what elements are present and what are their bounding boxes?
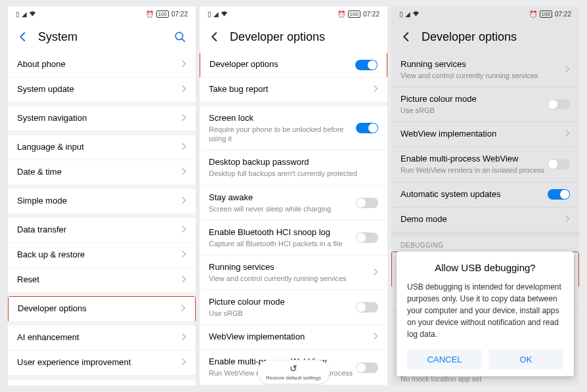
clock: 07:22	[363, 11, 380, 18]
chevron-right-icon	[565, 64, 570, 76]
usb-debugging-dialog: Allow USB debugging? USB debugging is in…	[397, 251, 574, 376]
highlight-developer-options: Developer options	[8, 296, 196, 322]
status-bar: ▯◢ ⏰10007:22	[200, 7, 387, 21]
page-title: Developer options	[422, 30, 570, 44]
chevron-right-icon	[181, 274, 186, 286]
back-icon[interactable]	[401, 31, 412, 43]
chevron-right-icon	[373, 332, 378, 343]
chevron-right-icon	[181, 142, 186, 153]
item-stay-awake[interactable]: Stay awakeScreen will never sleep while …	[200, 186, 387, 221]
chevron-right-icon	[373, 84, 378, 95]
sim-icon: ▯	[399, 11, 403, 18]
battery-icon: 100	[540, 11, 552, 18]
section-debugging: DEBUGGING	[391, 236, 579, 252]
wifi-icon	[29, 11, 36, 18]
devoptions-list: Developer options Take bug report Screen…	[200, 53, 387, 385]
page-title: Developer options	[230, 30, 378, 44]
alarm-icon: ⏰	[337, 11, 345, 18]
toggle-off[interactable]	[356, 198, 378, 208]
item-date-time[interactable]: Date & time	[8, 160, 196, 185]
signal-icon: ◢	[405, 11, 410, 18]
battery-icon: 100	[156, 11, 169, 18]
chevron-right-icon	[373, 267, 378, 278]
restore-defaults-button[interactable]: ↺ Restore default settings	[257, 360, 330, 384]
item-developer-options[interactable]: Developer options	[9, 297, 195, 322]
item-webview: WebView implementation	[391, 122, 579, 147]
toggle-off[interactable]	[356, 302, 378, 313]
page-title: System	[38, 30, 165, 44]
item-language-input[interactable]: Language & input	[8, 135, 196, 160]
toggle-on	[548, 189, 570, 200]
item-bug-report[interactable]: Take bug report	[200, 77, 387, 102]
item-running-services[interactable]: Running servicesView and control current…	[200, 255, 387, 290]
item-picture-colour[interactable]: Picture colour modeUse sRGB	[200, 290, 387, 325]
item-demo-mode: Demo mode	[391, 207, 579, 232]
status-bar: ▯ ◢ ⏰ 100 07:22	[8, 7, 196, 21]
chevron-right-icon	[565, 214, 570, 225]
chevron-right-icon	[181, 225, 186, 236]
item-certification-logos[interactable]: Certification logos	[8, 380, 196, 385]
sim-icon: ▯	[207, 11, 211, 18]
highlight-devoptions-toggle: Developer options	[200, 53, 387, 78]
item-simple-mode[interactable]: Simple mode	[8, 189, 196, 214]
sim-icon: ▯	[16, 11, 20, 18]
signal-icon: ◢	[213, 11, 219, 18]
item-system-navigation[interactable]: System navigation	[8, 106, 196, 131]
item-developer-options-toggle[interactable]: Developer options	[200, 53, 387, 77]
svg-line-1	[182, 38, 185, 41]
dialog-body: USB debugging is intended for developmen…	[407, 281, 563, 340]
back-icon[interactable]	[17, 31, 29, 43]
battery-icon: 100	[348, 11, 360, 18]
toggle-on[interactable]	[355, 60, 378, 70]
back-icon[interactable]	[209, 31, 221, 43]
svg-point-0	[175, 32, 183, 39]
ok-button[interactable]: OK	[489, 349, 563, 370]
header: Developer options	[200, 21, 387, 53]
toggle-off[interactable]	[356, 362, 378, 373]
chevron-right-icon	[181, 59, 186, 70]
dialog-title: Allow USB debugging?	[407, 262, 563, 273]
wifi-icon	[221, 11, 228, 18]
item-system-update[interactable]: System update	[8, 77, 196, 102]
chevron-right-icon	[181, 196, 186, 207]
toggle-off	[548, 159, 570, 169]
item-screen-lock[interactable]: Screen lockRequire your phone to be unlo…	[200, 106, 387, 150]
clock: 07:22	[171, 11, 188, 18]
system-list: About phone System update System navigat…	[8, 53, 196, 385]
clock: 07:22	[555, 11, 571, 18]
wifi-icon	[412, 11, 420, 18]
search-icon[interactable]	[174, 31, 186, 43]
item-multiprocess-webview: Enable multi-process WebViewRun WebView …	[391, 147, 579, 182]
item-ai-enhancement[interactable]: AI enhancement	[8, 326, 196, 351]
header: Developer options	[391, 21, 579, 53]
chevron-right-icon	[181, 332, 186, 343]
toggle-on[interactable]	[356, 123, 378, 133]
item-user-experience[interactable]: User experience improvement	[8, 351, 196, 376]
cancel-button[interactable]: CANCEL	[407, 349, 482, 370]
chevron-right-icon	[181, 84, 186, 95]
chevron-right-icon	[181, 357, 186, 368]
item-bluetooth-hci[interactable]: Enable Bluetooth HCI snoop logCapture al…	[200, 221, 387, 255]
item-about-phone[interactable]: About phone	[8, 53, 196, 77]
dialog-buttons: CANCEL OK	[407, 349, 563, 370]
restore-icon: ↺	[290, 363, 297, 374]
status-bar: ▯◢ ⏰10007:22	[391, 7, 579, 21]
phone-developer-options: ▯◢ ⏰10007:22 Developer options Developer…	[200, 7, 387, 385]
alarm-icon: ⏰	[146, 11, 154, 18]
alarm-icon: ⏰	[529, 11, 537, 18]
item-data-transfer[interactable]: Data transfer	[8, 218, 196, 243]
item-desktop-backup[interactable]: Desktop backup passwordDesktop full back…	[200, 150, 387, 185]
item-reset[interactable]: Reset	[8, 268, 196, 293]
item-backup-restore[interactable]: Back up & restore	[8, 243, 196, 268]
toggle-off[interactable]	[356, 232, 378, 243]
chevron-right-icon	[181, 303, 186, 315]
header: System	[8, 21, 196, 53]
chevron-right-icon	[181, 113, 186, 124]
phone-usb-debugging-dialog: ▯◢ ⏰10007:22 Developer options Running s…	[391, 7, 579, 385]
item-running-services: Running servicesView and control current…	[391, 53, 579, 87]
chevron-right-icon	[181, 250, 186, 261]
chevron-right-icon	[565, 129, 570, 140]
chevron-right-icon	[181, 167, 186, 178]
signal-icon: ◢	[22, 11, 27, 18]
item-webview[interactable]: WebView implementation	[200, 325, 387, 350]
